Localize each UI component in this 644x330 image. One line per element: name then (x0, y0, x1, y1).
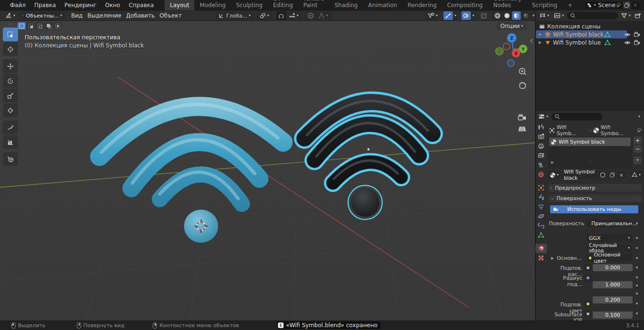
select-mode-invert[interactable] (45, 22, 53, 29)
radius-x-field[interactable]: 1.000 (593, 281, 633, 288)
tab-render[interactable] (535, 132, 547, 141)
menu-render[interactable]: Рендеринг (60, 0, 101, 10)
tab-view-layer[interactable] (535, 151, 547, 160)
pin-icon[interactable] (616, 2, 621, 8)
add-workspace-button[interactable]: + (562, 0, 578, 10)
surface-shader-dropdown[interactable]: Принципиальн... (587, 220, 632, 227)
select-mode-subtract[interactable] (36, 22, 44, 29)
expand-caret-icon[interactable]: ▶ (539, 40, 544, 45)
menu-help[interactable]: Справка (124, 0, 158, 10)
list-resize-grip[interactable]: ∷∷ (589, 160, 594, 165)
subsurface-method-dropdown[interactable]: Случайный обход ▾ (587, 244, 632, 252)
material-slot-item[interactable]: Wifi Symbol black (549, 138, 631, 146)
tab-modifiers[interactable] (535, 192, 547, 202)
editor-type-button[interactable]: ▾ (3, 11, 18, 20)
tool-transform[interactable] (3, 103, 18, 117)
tab-sculpting[interactable]: Sculpting (231, 0, 268, 10)
add-slot-button[interactable]: + (634, 137, 642, 144)
menu-file[interactable]: Файл (6, 0, 30, 10)
viewport-canvas[interactable]: Z Y X (0, 21, 535, 321)
breadcrumb-material[interactable]: Wifi Symbo... (601, 124, 635, 137)
select-mode-extend[interactable] (27, 22, 35, 29)
animate-dot[interactable] (636, 284, 638, 286)
tool-select-box[interactable] (3, 28, 18, 41)
properties-search-input[interactable] (552, 113, 603, 120)
new-collection-button[interactable] (634, 11, 642, 20)
slot-specials-button[interactable]: ▾ (634, 156, 642, 164)
tab-texture-paint[interactable]: Texture Paint (298, 0, 330, 10)
material-name-field[interactable]: Wifi Symbol black (561, 171, 598, 179)
xray-toggle-button[interactable] (478, 11, 489, 20)
animate-dot[interactable] (636, 276, 638, 278)
chevron-down-icon[interactable]: ▾ (472, 14, 474, 18)
properties-options-chevron[interactable]: ▾ (638, 115, 640, 119)
tab-world[interactable] (535, 170, 547, 179)
slot-list-expand-caret[interactable]: ▶ (551, 160, 554, 165)
base-section-caret[interactable]: ▶ (551, 256, 554, 260)
tool-cursor[interactable] (3, 42, 18, 56)
animate-dot[interactable] (636, 237, 638, 239)
tool-rotate[interactable] (3, 74, 18, 88)
tool-scale[interactable] (3, 89, 18, 102)
transform-orientation-dropdown[interactable]: Глоба... ▾ (216, 11, 254, 20)
base-color-field[interactable]: Основной цвет (587, 254, 632, 262)
toolbar-grip[interactable]: ∶∶∶ (9, 23, 12, 26)
animate-dot[interactable] (636, 266, 638, 268)
radius-socket-decorator[interactable] (584, 274, 591, 281)
radius-y-field[interactable]: 0.200 (593, 296, 633, 303)
radius-z-field[interactable]: 0.100 (593, 312, 633, 319)
outliner-scene-collection[interactable]: Коллекция сцены (536, 22, 644, 30)
tab-physics[interactable] (535, 211, 547, 221)
subsurface-socket-decorator[interactable] (584, 264, 591, 271)
nodetree-specials-dropdown[interactable]: ▾ (630, 171, 642, 179)
animate-dot[interactable] (636, 302, 638, 304)
new-scene-button[interactable] (623, 1, 631, 9)
tab-scene[interactable] (535, 160, 547, 170)
tab-layout[interactable]: Layout (165, 0, 194, 10)
browse-material-button[interactable]: ▾ (548, 171, 561, 179)
render-visibility-toggle[interactable] (634, 31, 640, 38)
outliner-item-wifi-black[interactable]: ▶ Wifi Symbol black (536, 30, 644, 38)
shading-rendered-button[interactable] (522, 11, 530, 20)
tab-object-data[interactable] (535, 230, 547, 240)
gizmo-neg-x[interactable] (503, 43, 510, 50)
hide-eye-toggle[interactable] (624, 39, 631, 46)
tab-texture[interactable] (535, 253, 547, 263)
menu-select[interactable]: Выделение (85, 11, 123, 20)
tool-measure[interactable] (3, 135, 18, 149)
tab-compositing[interactable]: Compositing (442, 0, 488, 10)
proportional-falloff-button[interactable]: ▾ (317, 11, 330, 20)
tab-particles[interactable] (535, 202, 547, 211)
tab-modeling[interactable]: Modeling (194, 0, 231, 10)
animate-dot[interactable] (636, 222, 638, 224)
tab-material[interactable] (535, 244, 547, 253)
subsurface-color-decorator[interactable] (584, 300, 591, 307)
tab-object[interactable] (535, 183, 547, 192)
snap-pivot-dropdown[interactable]: ▾ (257, 11, 272, 20)
tab-uv-editing[interactable]: UV Editing (268, 0, 298, 10)
chevron-down-icon[interactable]: ▾ (533, 14, 534, 18)
mode-dropdown[interactable]: Объектны... ▾ (19, 11, 65, 20)
snap-settings-button[interactable]: ▾ (287, 11, 300, 20)
outliner-display-mode-dropdown[interactable]: ▾ (538, 11, 551, 20)
tab-shading[interactable]: Shading (329, 0, 363, 10)
tab-rendering[interactable]: Rendering (402, 0, 442, 10)
show-gizmos-button[interactable] (443, 11, 453, 20)
ior-socket-decorator[interactable] (584, 310, 591, 317)
gizmo-neg-z[interactable] (507, 60, 514, 66)
properties-editor-type-button[interactable]: ▾ (537, 112, 549, 121)
object-visibility-dropdown[interactable]: ▾ (426, 11, 440, 20)
tool-move[interactable] (3, 59, 18, 73)
panel-surface[interactable]: ⌄ Поверхность ∷∷ (548, 194, 642, 202)
animate-dot[interactable] (636, 257, 638, 259)
panel-preview[interactable]: › Предпросмотр ∷∷ (548, 184, 642, 192)
expand-caret-icon[interactable]: ▶ (539, 32, 544, 37)
select-mode-intersect[interactable] (54, 22, 62, 29)
outliner-item-wifi-blue[interactable]: ▶ Wifi Symbol blue (536, 38, 644, 46)
tab-constraints[interactable] (535, 221, 547, 230)
animate-dot[interactable] (636, 247, 638, 249)
shading-solid-button[interactable] (503, 11, 511, 20)
menu-object[interactable]: Объект (157, 11, 184, 20)
viewport-options-dropdown[interactable]: Опции ▾ (497, 22, 527, 30)
tab-scripting[interactable]: Scripting (527, 0, 562, 10)
